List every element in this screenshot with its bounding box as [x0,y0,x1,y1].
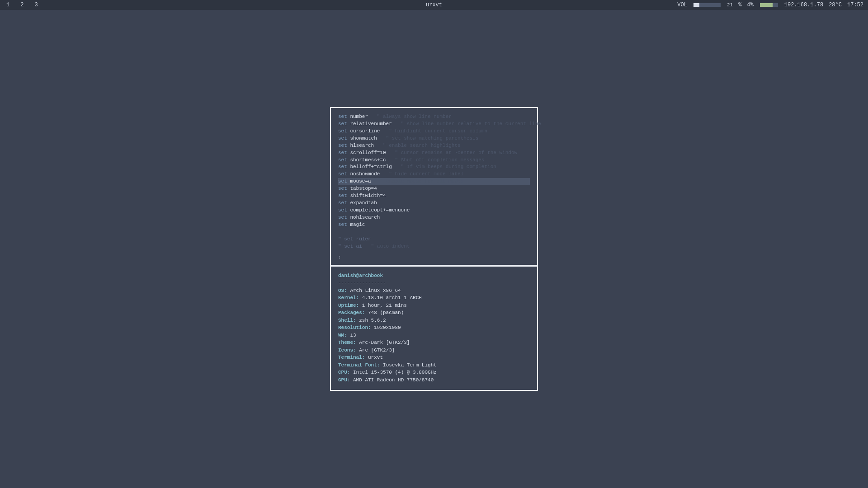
vol-label: VOL [677,2,687,8]
neofetch-content: danish@archbook----------------OS: Arch … [338,272,530,384]
status-area: VOL 21% 4% 192.168.1.78 28°C 17:52 [677,2,863,8]
vim-line: set hlsearch " enable search highlights [338,142,530,150]
vim-content: set number " always show line numberset … [338,113,530,250]
nf-field-line: Packages: 748 (pacman) [338,309,530,317]
ip-address: 192.168.1.78 [784,2,823,8]
nf-username-line: danish@archbook [338,272,530,280]
vim-line: set shortmess+=c " Shut off completion m… [338,157,530,164]
vol-bar [693,3,721,7]
nf-field-line: Kernel: 4.18.10-arch1-1-ARCH [338,294,530,302]
nf-field-line: CPU: Intel i5-3570 (4) @ 3.800GHz [338,369,530,376]
vim-line: set number " always show line number [338,113,530,121]
vim-line: set tabstop=4 [338,185,530,192]
window-title: urxvt [426,2,442,8]
temperature: 28°C [829,2,842,8]
nf-field-line: GPU: AMD ATI Radeon HD 7750/8740 [338,376,530,384]
nf-field-line: Terminal: urxvt [338,354,530,361]
vim-line: set noshowmode " hide current mode label [338,171,530,178]
vim-window[interactable]: set number " always show line numberset … [330,107,538,266]
vim-line: set showmatch " set show matching parent… [338,135,530,142]
nf-field-line: Resolution: 868x488 [338,324,530,332]
net-fill [760,3,773,7]
nf-separator: ---------------- [338,279,530,287]
nf-field-line: Icons: Arc [GTK2/3] [338,347,530,354]
tab-1[interactable]: 1 [5,2,11,8]
vim-line: " set ai " auto indent [338,243,530,250]
main-content: set number " always show line numberset … [0,10,868,488]
vol-percent: 21 [727,2,733,8]
workspace-tabs: 1 2 3 [5,2,40,8]
vol-fill [693,3,699,7]
nf-field-line: Uptime: 1 hour, 21 mins [338,302,530,310]
tab-2[interactable]: 2 [19,2,25,8]
vim-command-line: : [338,254,530,261]
vim-line: set cursorline " highlight current curso… [338,128,530,135]
clock: 17:52 [847,2,863,8]
vim-line: set nohlsearch [338,214,530,221]
tab-3[interactable]: 3 [33,2,39,8]
vim-line: set mouse=a " enable mouse for all modes [338,178,530,185]
vim-line: set magic [338,221,530,229]
nf-field-line: Terminal Font: Iosevka Term Light [338,361,530,369]
vim-line: set completeopt+=menuone [338,207,530,214]
vim-line: set relativenumber " show line number re… [338,121,530,128]
net-bar [760,3,778,7]
vim-line: " set ruler [338,236,530,243]
vim-line [338,229,530,236]
nf-field-line: Theme: Arc-Dark [GTK2/3] [338,339,530,347]
brightness: 4% [747,2,753,8]
vol-percent-sign: % [738,2,741,8]
neofetch-window: danish@archbook----------------OS: Arch … [330,266,538,391]
vim-line: set expandtab [338,200,530,207]
nf-field-line: Shell: zsh 5.6.2 [338,317,530,324]
vim-line: set scrolloff=10 " cursor remains at ~ce… [338,150,530,157]
vim-line: set shiftwidth=4 [338,192,530,200]
nf-field-line: OS: Arch Linux x86_64 [338,287,530,295]
nf-field-line: WM: i3 [338,332,530,339]
vim-line: set belloff+=ctrlg " If Vim beeps during… [338,164,530,171]
topbar: 1 2 3 urxvt VOL 21% 4% 192.168.1.78 28°C… [0,0,868,10]
